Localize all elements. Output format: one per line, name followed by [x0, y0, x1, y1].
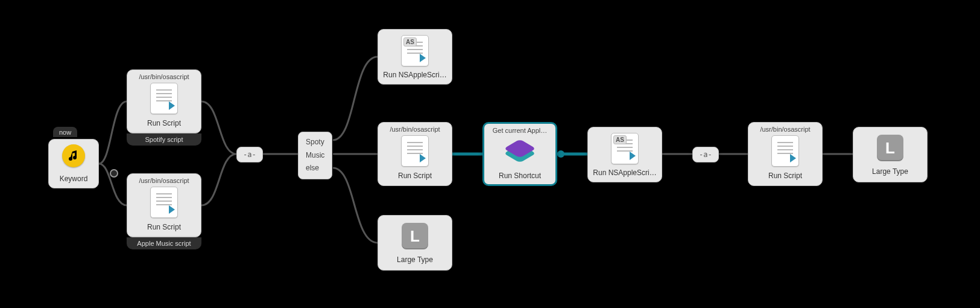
apple-music-script-node[interactable]: /usr/bin/osascript Run Script [127, 173, 201, 237]
large-type-right-node[interactable]: L Large Type [853, 127, 928, 182]
run-script-right-title: /usr/bin/osascript [748, 123, 822, 133]
script-icon [771, 135, 799, 167]
arg-util-text: -a- [243, 150, 256, 159]
keyword-tab: now [53, 127, 77, 137]
run-script-mid-node[interactable]: /usr/bin/osascript Run Script [378, 122, 452, 186]
nsapplescript-2-caption: Run NSAppleScri… [588, 166, 662, 181]
nsapplescript-node-2[interactable]: AS Run NSAppleScri… [587, 127, 662, 182]
script-icon [150, 83, 178, 114]
keyword-tab-label: now [59, 129, 71, 136]
conditional-filter-node[interactable]: Spoty Music else [298, 132, 332, 179]
nsapplescript-node-1[interactable]: AS Run NSAppleScri… [378, 29, 452, 85]
arg-util-node-2[interactable]: -a- [692, 147, 719, 162]
keyword-caption: Keyword [49, 172, 98, 187]
large-type-icon: L [402, 223, 428, 249]
shortcuts-icon [508, 140, 532, 164]
script-icon [150, 187, 178, 218]
svg-point-0 [110, 170, 118, 177]
applescript-icon: AS [401, 35, 429, 66]
nsapplescript-1-caption: Run NSAppleScri… [378, 68, 452, 83]
apple-music-script-caption: Run Script [127, 220, 201, 235]
arg-util-text: -a- [699, 150, 712, 159]
arg-util-node-1[interactable]: -a- [236, 147, 263, 162]
spotify-script-node[interactable]: /usr/bin/osascript Run Script [127, 69, 201, 133]
filter-option-music: Music [306, 149, 324, 162]
filter-option-else: else [306, 162, 324, 175]
run-script-mid-caption: Run Script [378, 169, 452, 184]
run-script-right-node[interactable]: /usr/bin/osascript Run Script [748, 122, 823, 186]
spotify-script-title: /usr/bin/osascript [127, 70, 201, 80]
large-type-mid-node[interactable]: L Large Type [378, 215, 452, 271]
filter-option-spoty: Spoty [306, 136, 324, 149]
run-shortcut-node[interactable]: Get current Appl… Run Shortcut [482, 122, 557, 186]
run-script-mid-title: /usr/bin/osascript [378, 123, 452, 133]
workflow-canvas[interactable]: now Keyword /usr/bin/osascript Run Scrip… [0, 0, 980, 308]
applescript-icon: AS [611, 133, 639, 164]
run-shortcut-title: Get current Appl… [484, 124, 555, 134]
run-script-right-caption: Run Script [748, 169, 822, 184]
keyword-node[interactable]: Keyword [48, 139, 99, 188]
large-type-icon: L [877, 135, 903, 161]
script-icon [401, 135, 429, 167]
spotify-script-caption: Run Script [127, 117, 201, 131]
music-note-icon [62, 144, 85, 167]
apple-music-script-label: Apple Music script [127, 237, 201, 249]
large-type-mid-caption: Large Type [378, 253, 452, 268]
large-type-right-caption: Large Type [853, 165, 927, 179]
svg-point-1 [557, 150, 564, 158]
spotify-script-label: Spotify script [127, 133, 201, 146]
run-shortcut-caption: Run Shortcut [484, 169, 555, 184]
apple-music-script-title: /usr/bin/osascript [127, 174, 201, 184]
